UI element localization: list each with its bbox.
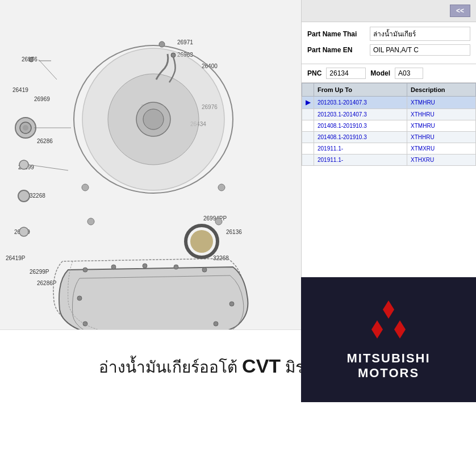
diagram-area: 26976 26971 26963 26400 26419 26969 2697… [0, 0, 301, 329]
svg-point-34 [87, 218, 94, 225]
table-row[interactable]: ▶201203.1-201407.3XTMHRU [302, 97, 476, 109]
logo-sub-text: MOTORS [358, 366, 419, 381]
svg-text:26299P: 26299P [30, 269, 49, 275]
svg-point-40 [159, 41, 165, 47]
row-indicator [302, 109, 314, 120]
svg-text:26419P: 26419P [6, 255, 26, 261]
row-indicator: ▶ [302, 97, 314, 109]
svg-text:26400: 26400 [202, 63, 218, 69]
svg-point-51 [83, 268, 87, 272]
svg-text:26969: 26969 [34, 96, 50, 102]
row-date: 201203.1-201407.3 [314, 109, 407, 120]
svg-point-55 [202, 268, 207, 272]
mitsubishi-diamond [363, 299, 414, 344]
row-date: 201203.1-201407.3 [314, 97, 407, 109]
svg-point-46 [18, 190, 30, 202]
row-date: 201408.1-201910.3 [314, 120, 407, 132]
row-date: 201911.1- [314, 143, 407, 155]
svg-text:26971: 26971 [177, 39, 193, 45]
svg-marker-66 [383, 300, 394, 319]
back-button-row: << [302, 0, 476, 22]
model-label: Model [370, 69, 390, 77]
svg-point-36 [215, 218, 222, 225]
svg-point-32 [143, 109, 164, 130]
row-indicator [302, 132, 314, 143]
svg-marker-67 [371, 320, 383, 339]
logo-brand-text: MITSUBISHI [346, 351, 430, 366]
part-name-en-value: OIL PAN,A/T C [370, 44, 470, 56]
svg-text:26286: 26286 [37, 138, 53, 144]
model-value: A03 [395, 68, 423, 79]
svg-point-54 [174, 265, 178, 269]
part-name-thai-section: Part Name Thai ล่างน้ำมันเกียร์ Part Nam… [302, 22, 476, 64]
svg-point-35 [218, 184, 225, 191]
svg-point-41 [171, 53, 176, 57]
svg-text:26136: 26136 [226, 229, 242, 235]
row-description: XTHHRU [407, 109, 476, 120]
svg-marker-68 [394, 320, 406, 339]
row-indicator [302, 143, 314, 155]
part-name-thai-label: Part Name Thai [307, 30, 370, 38]
row-indicator [302, 155, 314, 166]
row-date: 201408.1-201910.3 [314, 132, 407, 143]
table-row[interactable]: 201408.1-201910.3XTHHRU [302, 132, 476, 143]
part-name-thai-value: ล่างน้ำมันเกียร์ [370, 27, 470, 41]
svg-point-47 [19, 227, 28, 236]
bottom-cvt-text: CVT [242, 355, 281, 377]
parts-table: From Up To Description ▶201203.1-201407.… [302, 83, 476, 166]
part-name-thai-row: Part Name Thai ล่างน้ำมันเกียร์ [307, 27, 470, 41]
row-description: XTMXRU [407, 143, 476, 155]
svg-text:26419: 26419 [12, 87, 28, 93]
pnc-label: PNC [307, 69, 321, 77]
svg-point-52 [111, 265, 116, 269]
pnc-model-row: PNC 26134 Model A03 [302, 64, 476, 83]
table-row[interactable]: 201408.1-201910.3XTMHRU [302, 120, 476, 132]
bottom-thai-part1: อ่างน้ำมันเกียร์ออโต้ [99, 358, 242, 376]
parts-tbody: ▶201203.1-201407.3XTMHRU201203.1-201407.… [302, 97, 476, 166]
svg-point-39 [29, 57, 34, 62]
svg-text:32268: 32268 [30, 193, 45, 199]
svg-point-33 [82, 184, 89, 191]
pnc-value: 26134 [326, 68, 366, 79]
table-row[interactable]: 201203.1-201407.3XTHHRU [302, 109, 476, 120]
svg-point-45 [19, 160, 28, 169]
col-description: Description [407, 83, 476, 97]
svg-point-61 [229, 302, 234, 306]
part-name-en-row: Part Name EN OIL PAN,A/T C [307, 44, 470, 56]
logo-section: MITSUBISHI MOTORS [301, 277, 476, 402]
table-row[interactable]: 201911.1-XTMXRU [302, 143, 476, 155]
row-indicator [302, 120, 314, 132]
part-name-en-label: Part Name EN [307, 46, 370, 54]
main-container: 26976 26971 26963 26400 26419 26969 2697… [0, 0, 476, 476]
row-description: XTMHRU [407, 97, 476, 109]
svg-point-60 [214, 321, 218, 326]
svg-point-56 [77, 296, 82, 300]
back-button[interactable]: << [450, 5, 470, 17]
col-indicator [302, 83, 314, 97]
svg-point-38 [190, 230, 213, 253]
row-date: 201911.1- [314, 155, 407, 166]
svg-point-44 [23, 125, 28, 131]
table-row[interactable]: 201911.1-XTHXRU [302, 155, 476, 166]
col-from-up-to: From Up To [314, 83, 407, 97]
svg-point-53 [143, 264, 147, 268]
row-description: XTHXRU [407, 155, 476, 166]
row-description: XTMHRU [407, 120, 476, 132]
row-description: XTHHRU [407, 132, 476, 143]
table-header-row: From Up To Description [302, 83, 476, 97]
